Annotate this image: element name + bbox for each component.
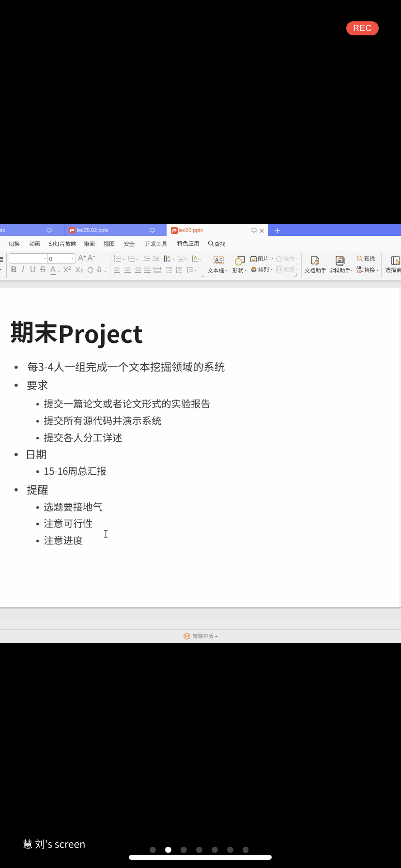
svg-text:A: A	[215, 257, 218, 263]
svg-text:A: A	[194, 255, 197, 260]
svg-text:3: 3	[128, 260, 129, 262]
svg-text:AC: AC	[356, 270, 361, 273]
svg-text:A: A	[167, 255, 170, 260]
svg-text:AB: AB	[356, 266, 361, 269]
